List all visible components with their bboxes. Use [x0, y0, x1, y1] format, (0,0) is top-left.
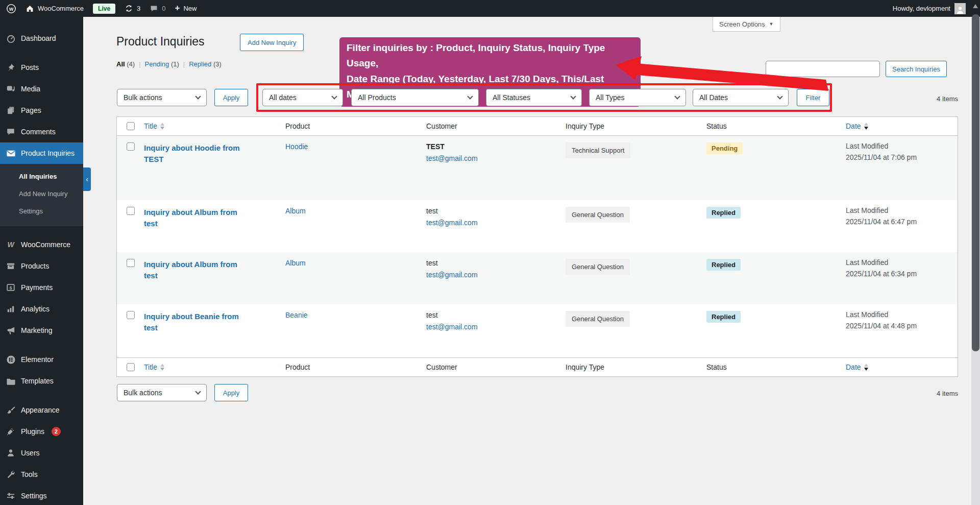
scroll-up-arrow-icon[interactable] — [973, 4, 978, 8]
avatar[interactable] — [954, 3, 966, 14]
sidebar-item-posts[interactable]: Posts — [0, 57, 83, 78]
sort-icons[interactable] — [864, 364, 868, 371]
screen-options-button[interactable]: Screen Options ▼ — [713, 17, 780, 32]
add-new-inquiry-button[interactable]: Add New Inquiry — [240, 34, 304, 51]
column-footer-title[interactable]: Title — [144, 363, 157, 371]
customer-name: test — [426, 259, 566, 267]
envelope-icon — [6, 148, 16, 158]
sidebar-item-appearance[interactable]: Appearance — [0, 399, 83, 421]
filter-button[interactable]: Filter — [797, 89, 829, 106]
sidebar-item-payments[interactable]: $ Payments — [0, 277, 83, 298]
status-badge: Replied — [706, 207, 741, 219]
bulk-actions-select-bottom[interactable]: Bulk actions — [117, 384, 207, 401]
table-row: Inquiry about Hoodie from TEST Hoodie TE… — [117, 136, 958, 200]
sidebar-item-tools[interactable]: Tools — [0, 464, 83, 485]
search-inquiries-button[interactable]: Search Inquiries — [886, 61, 947, 77]
customer-email-link[interactable]: test@gmail.com — [426, 154, 478, 162]
sidebar-item-templates[interactable]: Templates — [0, 370, 83, 392]
sidebar-item-pages[interactable]: Pages — [0, 100, 83, 121]
apply-button[interactable]: Apply — [214, 89, 248, 106]
row-checkbox[interactable] — [127, 311, 135, 319]
comments-menu[interactable]: 0 — [150, 4, 165, 13]
filter-date-range-select[interactable]: All Dates — [693, 89, 789, 106]
search-input[interactable] — [766, 61, 880, 77]
chevron-down-icon — [331, 93, 337, 99]
view-replied-link[interactable]: Replied (3) — [189, 60, 222, 68]
select-all-checkbox[interactable] — [127, 122, 135, 130]
customer-email-link[interactable]: test@gmail.com — [426, 271, 478, 279]
updates-menu[interactable]: 3 — [125, 4, 140, 13]
sidebar-item-dashboard[interactable]: Dashboard — [0, 28, 83, 49]
bulk-actions-select[interactable]: Bulk actions — [117, 89, 207, 106]
sort-icons[interactable] — [160, 123, 164, 130]
customer-email-link[interactable]: test@gmail.com — [426, 323, 478, 331]
admin-bar: W WooCommerce Live 3 0 + New Howdy, devl… — [0, 0, 980, 17]
sidebar-item-label: Comments — [21, 128, 56, 136]
howdy-menu[interactable]: Howdy, devlopment — [893, 5, 950, 12]
sidebar-item-products[interactable]: Products — [0, 255, 83, 277]
sort-icons[interactable] — [864, 123, 868, 130]
filter-product-value: All Products — [358, 93, 396, 102]
chevron-down-icon — [467, 93, 473, 99]
plus-icon: + — [175, 4, 180, 12]
filter-status-value: All Statuses — [493, 93, 530, 102]
inquiry-title-link[interactable]: Inquiry about Album from test — [144, 259, 247, 281]
pin-icon — [6, 62, 16, 73]
sidebar-item-comments[interactable]: Comments — [0, 121, 83, 142]
product-link[interactable]: Beanie — [285, 311, 308, 319]
sidebar-item-label: Appearance — [21, 406, 60, 414]
sidebar-item-product-inquiries[interactable]: Product Inquiries — [0, 142, 83, 164]
row-checkbox[interactable] — [127, 207, 135, 215]
inquiry-title-link[interactable]: Inquiry about Hoodie from TEST — [144, 142, 247, 165]
view-all-link[interactable]: All (4) — [116, 60, 135, 68]
submenu-add-new-inquiry[interactable]: Add New Inquiry — [0, 185, 83, 203]
sidebar-item-label: Products — [21, 262, 49, 270]
sidebar-item-label: Analytics — [21, 305, 50, 313]
customer-email-link[interactable]: test@gmail.com — [426, 219, 478, 227]
site-menu[interactable]: WooCommerce — [26, 4, 84, 13]
column-header-title[interactable]: Title — [144, 122, 157, 130]
sidebar-item-media[interactable]: Media — [0, 78, 83, 100]
submenu-settings[interactable]: Settings — [0, 203, 83, 220]
sidebar-item-users[interactable]: Users — [0, 442, 83, 464]
submenu-all-inquiries[interactable]: All Inquiries — [0, 168, 83, 185]
megaphone-icon — [6, 325, 16, 335]
filter-product-select[interactable]: All Products — [351, 89, 479, 106]
column-header-date[interactable]: Date — [846, 122, 861, 130]
sidebar-item-woocommerce[interactable]: W WooCommerce — [0, 234, 83, 255]
sort-icons[interactable] — [160, 364, 164, 371]
scrollbar-thumb[interactable] — [972, 14, 979, 351]
sidebar-item-plugins[interactable]: Plugins 2 — [0, 421, 83, 442]
comment-count: 0 — [162, 5, 165, 12]
sidebar-item-settings[interactable]: Settings — [0, 485, 83, 505]
folder-icon — [6, 376, 16, 386]
new-menu[interactable]: + New — [175, 5, 197, 12]
filter-status-select[interactable]: All Statuses — [486, 89, 582, 106]
vertical-scrollbar[interactable] — [971, 0, 980, 505]
filter-date-select[interactable]: All dates — [262, 89, 343, 106]
product-link[interactable]: Hoodie — [285, 142, 308, 151]
wordpress-logo-icon[interactable]: W — [6, 4, 16, 14]
comment-icon — [150, 4, 158, 13]
row-checkbox[interactable] — [127, 259, 135, 267]
inquiry-title-link[interactable]: Inquiry about Beanie from test — [144, 311, 247, 333]
select-all-checkbox[interactable] — [127, 363, 135, 371]
sidebar-item-marketing[interactable]: Marketing — [0, 320, 83, 341]
date-label: Last Modified — [846, 142, 958, 150]
inquiry-title-link[interactable]: Inquiry about Album from test — [144, 207, 247, 229]
home-icon — [26, 4, 34, 13]
collapse-handle[interactable]: ‹ — [83, 167, 91, 191]
product-link[interactable]: Album — [285, 259, 306, 267]
sidebar-item-elementor[interactable]: Elementor — [0, 349, 83, 370]
filter-type-select[interactable]: All Types — [589, 89, 686, 106]
apply-button-bottom[interactable]: Apply — [214, 384, 248, 401]
date-label: Last Modified — [846, 311, 958, 318]
date-label: Last Modified — [846, 259, 958, 266]
sidebar-item-label: WooCommerce — [21, 241, 70, 249]
sidebar-item-analytics[interactable]: Analytics — [0, 298, 83, 320]
view-pending-link[interactable]: Pending (1) — [145, 60, 179, 68]
product-link[interactable]: Album — [285, 207, 306, 215]
column-footer-date[interactable]: Date — [846, 363, 861, 371]
row-checkbox[interactable] — [127, 142, 135, 151]
customer-name: TEST — [426, 142, 566, 151]
